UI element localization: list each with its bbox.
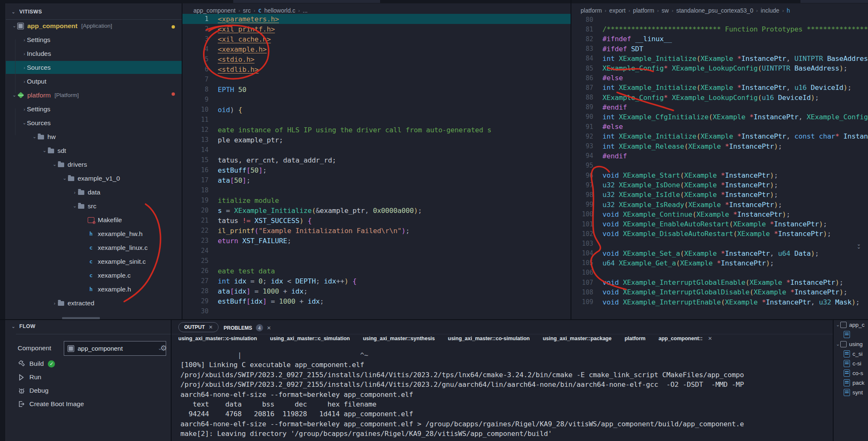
code-area[interactable]: 8081/**************************** Functi…: [571, 15, 868, 307]
code-line-3[interactable]: 3<xil_cache.h>: [182, 34, 571, 44]
code-line-88[interactable]: 88XExample_Config* XExample_LookupConfig…: [571, 93, 868, 102]
task-tab-using-axi-master-co-simulation[interactable]: using_axi_master::co-simulation: [448, 336, 530, 341]
task-tab-using-axi-master-package[interactable]: using_axi_master::package: [543, 336, 612, 341]
code-line-11[interactable]: 11: [182, 115, 571, 125]
build-tree-item[interactable]: co-s: [834, 368, 868, 378]
code-line-9[interactable]: 9: [182, 94, 571, 105]
code-line-13[interactable]: 13ple example_ptr;: [182, 135, 571, 145]
tree-item-makefile[interactable]: Makefile: [6, 213, 182, 226]
code-line-12[interactable]: 12eate instance of HLS IP using the driv…: [182, 125, 571, 135]
close-icon[interactable]: ✕: [708, 336, 712, 341]
tree-item-platform[interactable]: ⌄platform[Platform]: [6, 89, 182, 102]
chevron-right-icon[interactable]: ›: [22, 51, 27, 56]
code-line-83[interactable]: 83#ifdef SDT: [571, 44, 868, 54]
code-line-102[interactable]: 102void XExample_DisableAutoRestart(XExa…: [571, 229, 868, 239]
console-output[interactable]: | ^~[100%] Linking C executable app_comp…: [180, 351, 831, 441]
tree-item-xexample-linux-c[interactable]: cxexample_linux.c: [6, 241, 182, 254]
code-area[interactable]: 1<xparameters.h>2<xil_printf.h>3<xil_cac…: [182, 14, 571, 316]
code-line-109[interactable]: 109void XExample_InterruptEnable(XExampl…: [571, 297, 868, 307]
close-icon[interactable]: ✕: [267, 325, 271, 331]
code-line-81[interactable]: 81/**************************** Function…: [571, 24, 868, 34]
task-tab-app-component-[interactable]: app_component::: [659, 336, 703, 341]
chevron-down-icon[interactable]: ⌄: [12, 92, 17, 98]
tree-item-hw[interactable]: ⌄hw: [6, 130, 182, 143]
editor-xexample-h[interactable]: platform›export›platform›sw›standalone_p…: [571, 3, 868, 319]
close-icon[interactable]: ✕: [209, 324, 213, 330]
breadcrumb-segment[interactable]: h: [787, 7, 790, 14]
tree-item-settings[interactable]: ›Settings: [6, 33, 182, 46]
code-line-25[interactable]: 25: [182, 256, 571, 266]
code-line-26[interactable]: 26eate test data: [182, 266, 571, 276]
task-tab-using-axi-master-c-simulation[interactable]: using_axi_master::c_simulation: [270, 336, 350, 341]
gear-icon[interactable]: ⚙: [160, 344, 167, 353]
code-line-4[interactable]: 4<xexample.h>: [182, 44, 571, 54]
tab-problems[interactable]: PROBLEMS 4 ✕: [224, 324, 271, 331]
code-line-84[interactable]: 84int XExample_Initialize(XExample *Inst…: [571, 54, 868, 63]
tree-item-src[interactable]: ⌄src: [6, 200, 182, 213]
code-line-87[interactable]: 87int XExample_Initialize(XExample *Inst…: [571, 83, 868, 92]
code-line-8[interactable]: 8EPTH 50: [182, 84, 571, 94]
tree-item-sources[interactable]: ⌄Sources: [6, 116, 182, 129]
code-line-7[interactable]: 7: [182, 74, 571, 84]
chevron-down-icon[interactable]: ⌄: [72, 203, 77, 209]
chevron-right-icon[interactable]: ›: [22, 107, 27, 112]
tree-item-xexample-c[interactable]: cxexample.c: [6, 269, 182, 282]
code-line-23[interactable]: 23eturn XST_FAILURE;: [182, 236, 571, 246]
tree-item-xexample-h[interactable]: hxexample.h: [6, 283, 182, 296]
code-line-21[interactable]: 21tatus != XST_SUCCESS) {: [182, 215, 571, 226]
chevron-down-icon[interactable]: ⌄: [835, 322, 840, 328]
code-line-106[interactable]: 106: [571, 268, 868, 278]
code-line-86[interactable]: 86#else: [571, 73, 868, 83]
breadcrumb-segment[interactable]: platform: [633, 7, 654, 14]
chevron-right-icon[interactable]: ›: [52, 301, 57, 306]
create-boot-image-button[interactable]: Create Boot Image: [17, 400, 84, 408]
code-line-15[interactable]: 15tatus, err_cnt, data_addr_rd;: [182, 155, 571, 165]
breadcrumb-segment[interactable]: src: [243, 7, 251, 14]
task-tab-using-axi-master-synthesis[interactable]: using_axi_master::synthesis: [363, 336, 435, 341]
code-line-97[interactable]: 97u32 XExample_IsDone(XExample *Instance…: [571, 180, 868, 190]
breadcrumb-segment[interactable]: standalone_psu_cortexa53_0: [676, 7, 753, 14]
chevron-down-icon[interactable]: ⌄: [22, 120, 27, 126]
code-line-100[interactable]: 100void XExample_Continue(XExample *Inst…: [571, 210, 868, 219]
breadcrumb-segment[interactable]: helloworld.c: [264, 7, 295, 14]
code-line-5[interactable]: 5<stdio.h>: [182, 54, 571, 64]
build-button[interactable]: Build✓: [17, 360, 55, 368]
code-line-99[interactable]: 99u32 XExample_IsReady(XExample *Instanc…: [571, 200, 868, 210]
debug-button[interactable]: Debug: [17, 387, 49, 394]
code-line-27[interactable]: 27int idx = 0; idx < DEPTH; idx++) {: [182, 276, 571, 286]
code-line-30[interactable]: 30: [182, 306, 571, 316]
code-line-92[interactable]: 92int XExample_Initialize(XExample *Inst…: [571, 131, 868, 141]
code-line-89[interactable]: 89#endif: [571, 102, 868, 112]
tree-item-drivers[interactable]: ⌄drivers: [6, 158, 182, 171]
breadcrumb-segment[interactable]: platform: [581, 7, 602, 14]
code-line-108[interactable]: 108void XExample_InterruptGlobalDisable(…: [571, 287, 868, 297]
code-line-10[interactable]: 10oid) {: [182, 105, 571, 115]
breadcrumb-segment[interactable]: app_component: [193, 7, 235, 14]
tree-item-includes[interactable]: ›Includes: [6, 47, 182, 60]
editor-split-border[interactable]: [571, 0, 571, 319]
breadcrumb-segment[interactable]: export: [609, 7, 626, 14]
chevron-down-icon[interactable]: ⌄: [52, 162, 57, 167]
chevron-down-icon[interactable]: ⌄: [835, 341, 840, 347]
tree-item-sdt[interactable]: ⌄sdt: [6, 144, 182, 157]
tree-item-xexample-sinit-c[interactable]: cxexample_sinit.c: [6, 255, 182, 268]
code-line-98[interactable]: 98u32 XExample_IsIdle(XExample *Instance…: [571, 190, 868, 200]
code-line-85[interactable]: 85XExample_Config* XExample_LookupConfig…: [571, 63, 868, 73]
code-line-29[interactable]: 29estBuff[idx] = 1000 + idx;: [182, 296, 571, 306]
breadcrumb-segment[interactable]: include: [761, 7, 779, 14]
code-line-20[interactable]: 20s = XExample_Initialize(&example_ptr, …: [182, 205, 571, 215]
build-tree-item[interactable]: ⌄using: [834, 339, 868, 349]
chevron-down-icon[interactable]: ⌄: [32, 134, 37, 139]
code-line-94[interactable]: 94#endif: [571, 151, 868, 161]
code-line-24[interactable]: 24: [182, 246, 571, 256]
chevron-right-icon[interactable]: ›: [22, 65, 27, 70]
build-tree-item[interactable]: c-si: [834, 359, 868, 368]
code-line-90[interactable]: 90int XExample_CfgInitialize(XExample *I…: [571, 112, 868, 122]
code-line-19[interactable]: 19itialize module: [182, 195, 571, 205]
chevron-down-icon[interactable]: ⌄: [12, 23, 17, 29]
code-line-22[interactable]: 22il_printf("Example Initialization Fail…: [182, 226, 571, 236]
code-line-107[interactable]: 107void XExample_InterruptGlobalEnable(X…: [571, 278, 868, 287]
run-button[interactable]: Run: [17, 373, 41, 381]
code-line-14[interactable]: 14: [182, 145, 571, 155]
code-line-103[interactable]: 103: [571, 239, 868, 248]
